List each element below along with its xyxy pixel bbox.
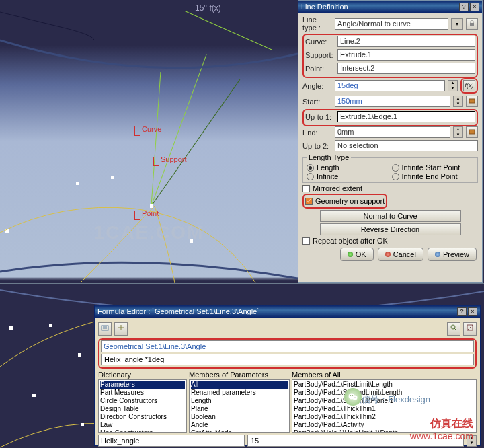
start-spin[interactable]: ▲▼ [453,96,463,107]
radio-inf-end[interactable]: Infinite End Point [392,172,475,180]
viewport-3d-top[interactable]: 1CAE.COM 15° f(x) Curve Support Point [0,0,298,283]
end-field[interactable]: 0mm [335,126,450,138]
list-item[interactable]: Design Table [100,405,185,413]
radio-inf-start[interactable]: Infinite Start Point [392,163,475,172]
close-button-2[interactable]: × [468,307,477,316]
curve-field[interactable]: Line.2 [337,36,475,47]
mirrored-check[interactable]: Mirrored extent [302,184,478,192]
formula-expression[interactable]: Helix_angle *1deg [101,354,474,365]
list-item[interactable]: Part Measures [100,389,185,397]
support-field[interactable]: Extrude.1 [337,49,475,61]
list-item[interactable]: Plane [191,405,288,413]
help-button-2[interactable]: ? [457,307,467,316]
list-item[interactable]: PartBody\Pad.1\FirstLimit\Length [294,381,475,389]
line-type-label: Line type : [302,15,332,32]
reverse-direction-button[interactable]: Reverse Direction [320,223,461,235]
preview-button[interactable]: Preview [428,248,477,261]
formula-editor-dialog: Formula Editor : `Geometrical Set.1\Line… [94,305,481,446]
start-field[interactable]: 150mm [335,96,450,107]
site-overlay-2: www.1cae.com [410,431,473,441]
formula-title: Formula Editor : `Geometrical Set.1\Line… [97,307,457,315]
upto2-field[interactable]: No selection [335,140,478,151]
line-type-drop[interactable] [451,18,463,30]
svg-point-10 [354,397,354,398]
formula-icon[interactable]: f(x) [463,80,475,91]
radio-infinite[interactable]: Infinite [307,172,389,180]
dict-header: Dictionary [98,371,187,379]
geometry-on-support-check[interactable]: Geometry on support [305,197,385,205]
list-item[interactable]: Line Constructors [100,429,185,433]
svg-rect-2 [469,130,475,134]
svg-rect-1 [469,99,475,103]
list-item[interactable]: Renamed parameters [191,389,288,397]
toolbar-icon-1[interactable] [98,322,112,336]
list-item[interactable]: Circle Constructors [100,397,185,405]
normal-to-curve-button[interactable]: Normal to Curve [320,210,461,222]
toolbar-icon-4[interactable] [463,322,477,336]
wechat-icon [344,388,362,406]
mema-header: Members of All [292,371,477,379]
point-field[interactable]: Intersect.2 [337,63,475,74]
toolbar-icon-3[interactable] [447,322,460,336]
site-overlay-1: 仿真在线 [430,417,473,431]
titlebar-formula[interactable]: Formula Editor : `Geometrical Set.1\Line… [95,305,480,318]
list-item[interactable]: All [191,381,288,389]
list-item[interactable]: Direction Constructors [100,413,185,421]
svg-rect-0 [470,23,474,26]
members-params-list[interactable]: AllRenamed parametersLengthPlaneBooleanA… [189,379,290,433]
param-name-field[interactable]: Helix_angle [98,435,245,447]
titlebar[interactable]: Line Definition ? × [298,1,482,13]
list-item[interactable]: Law [100,421,185,429]
svg-point-7 [353,396,358,400]
radio-length[interactable]: Length [307,163,389,172]
end-icon[interactable] [466,126,478,138]
svg-point-11 [356,397,356,398]
svg-point-9 [352,395,353,396]
list-item[interactable]: CstAttr_Mode [191,429,288,433]
list-item[interactable]: Parameters [100,381,185,389]
path-display: Geometrical Set.1\Line.3\Angle [101,340,474,352]
start-icon[interactable] [466,96,478,107]
list-item[interactable]: Angle [191,421,288,429]
length-type-group: Length Type Length Infinite Start Point … [302,153,478,183]
upto1-field[interactable]: Extrude.1\Edge.1 [337,111,475,122]
lock-icon[interactable] [466,18,478,30]
help-button[interactable]: ? [459,3,469,11]
end-spin[interactable]: ▲▼ [453,126,463,138]
list-item[interactable]: Boolean [191,413,288,421]
list-item[interactable]: Length [191,397,288,405]
ok-button[interactable]: OK [340,248,374,261]
memp-header: Members of Parameters [189,371,290,379]
angle-field[interactable]: 15deg [335,80,445,91]
toolbar-icon-2[interactable] [114,322,128,336]
cancel-button[interactable]: Cancel [378,248,424,261]
repeat-check[interactable]: Repeat object after OK [302,237,478,245]
angle-spin[interactable]: ▲▼ [448,80,458,91]
line-type-combo[interactable]: Angle/Normal to curve [335,18,448,30]
svg-point-8 [350,395,351,396]
list-item[interactable]: PartBody\Pad.1\ThickThin1 [294,405,475,413]
dialog-title: Line Definition [301,3,459,11]
wechat-overlay: 微信号：Flexdesign [353,394,430,406]
line-definition-dialog: Line Definition ? × Line type : Angle/No… [298,0,483,283]
dictionary-list[interactable]: ParametersPart MeasuresCircle Constructo… [98,379,187,433]
close-button[interactable]: × [470,3,479,11]
